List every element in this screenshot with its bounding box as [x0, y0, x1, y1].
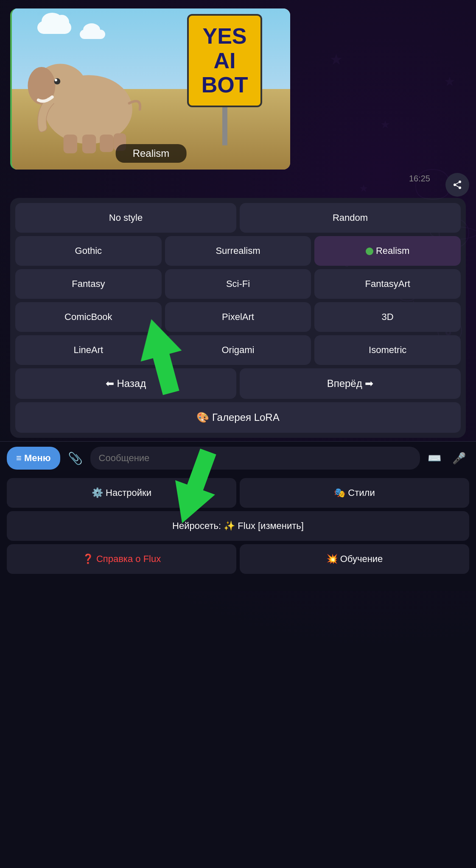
nav-row: ⬅ Назад Вперёд ➡ — [15, 368, 461, 399]
style-btn-gothic[interactable]: Gothic — [15, 236, 162, 266]
style-btn-fantasy-art[interactable]: FantasyArt — [314, 269, 461, 299]
sign-text: YESAIBOT — [202, 24, 248, 97]
styles-button[interactable]: 🎭 Стили — [240, 478, 469, 508]
style-btn-random[interactable]: Random — [240, 203, 461, 233]
menu-button[interactable]: ≡ Меню — [7, 447, 60, 470]
input-bar: ≡ Меню 📎 ⌨️ 🎤 — [0, 441, 476, 475]
active-indicator — [366, 248, 373, 255]
forward-button[interactable]: Вперёд ➡ — [240, 368, 461, 399]
attach-button[interactable]: 📎 — [64, 448, 86, 469]
image-message-card: YESAIBOT Realism — [10, 8, 290, 170]
mic-button[interactable]: 🎤 — [449, 448, 469, 468]
style-btn-fantasy[interactable]: Fantasy — [15, 269, 162, 299]
image-preview: YESAIBOT Realism — [12, 8, 290, 170]
style-btn-isometric[interactable]: Isometric — [314, 335, 461, 365]
style-btn-no-style[interactable]: No style — [15, 203, 236, 233]
style-btn-origami[interactable]: Origami — [165, 335, 311, 365]
bottom-menu-row-3: ❓ Справка о Flux 💥 Обучение — [7, 544, 469, 574]
style-btn-pixelart[interactable]: PixelArt — [165, 302, 311, 332]
style-btn-sci-fi[interactable]: Sci-Fi — [165, 269, 311, 299]
style-btn-lineart[interactable]: LineArt — [15, 335, 162, 365]
svg-point-15 — [54, 78, 60, 85]
svg-rect-18 — [82, 135, 96, 153]
road-sign: YESAIBOT — [187, 14, 263, 145]
svg-rect-17 — [63, 135, 77, 153]
style-row-3: Fantasy Sci-Fi FantasyArt — [15, 269, 461, 299]
style-btn-realism[interactable]: Realism — [314, 236, 461, 266]
learn-button[interactable]: 💥 Обучение — [240, 544, 469, 574]
style-row-5: LineArt Origami Isometric — [15, 335, 461, 365]
bottom-menu-row-2: Нейросеть: ✨ Flux [изменить] — [7, 511, 469, 541]
elephant-illustration — [26, 41, 151, 153]
gallery-lora-button[interactable]: 🎨 Галерея LoRA — [15, 402, 461, 433]
message-input[interactable] — [90, 447, 420, 470]
style-btn-surrealism[interactable]: Surrealism — [165, 236, 311, 266]
style-row-4: ComicBook PixelArt 3D — [15, 302, 461, 332]
neural-net-button[interactable]: Нейросеть: ✨ Flux [изменить] — [7, 511, 469, 541]
style-label: Realism — [116, 144, 187, 163]
help-button[interactable]: ❓ Справка о Flux — [7, 544, 236, 574]
style-btn-3d[interactable]: 3D — [314, 302, 461, 332]
settings-button[interactable]: ⚙️ Настройки — [7, 478, 236, 508]
svg-point-16 — [55, 79, 57, 81]
style-grid: No style Random Gothic Surrealism Realis… — [10, 198, 466, 438]
bottom-menu: ⚙️ Настройки 🎭 Стили Нейросеть: ✨ Flux [… — [0, 475, 476, 591]
style-row-1: No style Random — [15, 203, 461, 233]
bottom-menu-row-1: ⚙️ Настройки 🎭 Стили — [7, 478, 469, 508]
back-button[interactable]: ⬅ Назад — [15, 368, 236, 399]
style-row-2: Gothic Surrealism Realism — [15, 236, 461, 266]
keyboard-button[interactable]: ⌨️ — [424, 448, 445, 468]
share-button[interactable] — [445, 173, 469, 197]
message-timestamp: 16:25 — [404, 171, 435, 186]
style-btn-comicbook[interactable]: ComicBook — [15, 302, 162, 332]
svg-rect-19 — [100, 135, 113, 152]
